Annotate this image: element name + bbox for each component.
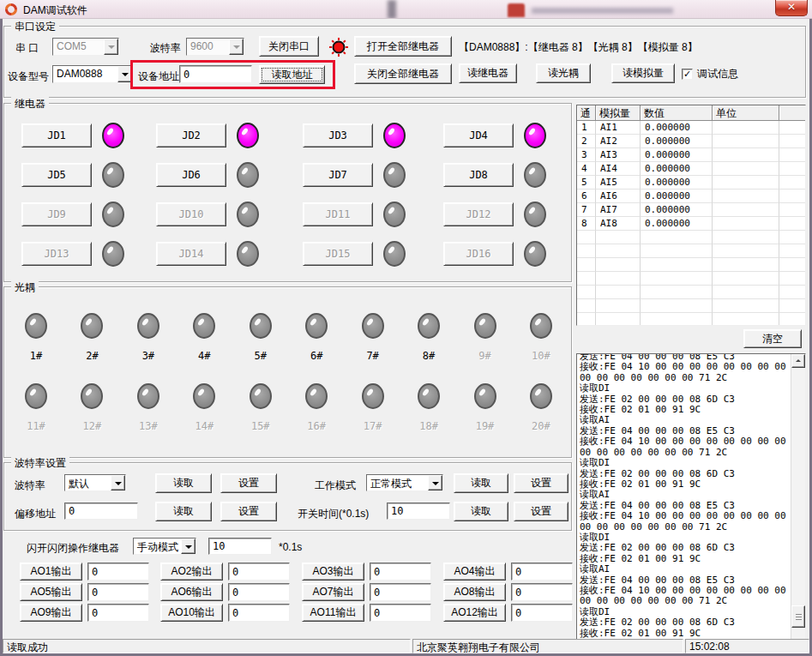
ao-input[interactable] [228, 604, 290, 622]
ao-input[interactable] [228, 563, 290, 581]
ao-button-ao12[interactable]: AO12输出 [443, 604, 506, 622]
table-row[interactable]: 6AI60.000000 [577, 190, 805, 203]
table-header-cell[interactable] [779, 105, 805, 121]
switch-time-set-button[interactable]: 设置 [514, 502, 568, 521]
model-combobox[interactable]: DAM0888 [52, 65, 133, 83]
ao-input[interactable] [511, 604, 573, 622]
opto-unit: 20# [528, 383, 554, 432]
table-row[interactable]: 3AI30.000000 [577, 148, 805, 162]
offset-read-button[interactable]: 读取 [155, 502, 212, 521]
table-header-cell[interactable]: 单位 [713, 105, 779, 121]
ao-button-ao3[interactable]: AO3输出 [302, 563, 364, 581]
opto-unit: 5# [248, 313, 274, 362]
baud-set-button[interactable]: 设置 [220, 473, 277, 493]
ao-input[interactable] [511, 563, 573, 581]
ao-button-ao11[interactable]: AO11输出 [302, 604, 364, 622]
relay-button-jd8[interactable]: JD8 [443, 163, 514, 187]
ao-input[interactable] [370, 563, 431, 581]
ao-button-ao7[interactable]: AO7输出 [302, 583, 364, 601]
table-row[interactable]: 8AI80.000000 [577, 217, 805, 231]
log-scrollbar[interactable] [791, 354, 805, 640]
scrollbar-thumb[interactable] [791, 605, 805, 628]
ao-button-ao10[interactable]: AO10输出 [160, 604, 223, 622]
ao-input[interactable] [228, 583, 290, 601]
status-bar: 读取成功 北京聚英翱翔电子有限公司 15:02:08 [3, 639, 809, 653]
baud-settings-group: 波特率设置 波特率 默认 读取 设置 工作模式 正常模式 读取 设置 偏移地址 … [3, 462, 572, 531]
baud-label: 波特率 [150, 41, 181, 56]
ao-button-ao4[interactable]: AO4输出 [443, 563, 506, 581]
work-mode-read-button[interactable]: 读取 [454, 473, 508, 493]
opto-unit: 9# [472, 313, 498, 362]
app-window: DAM调试软件 ✕ 串口设定 串 口 COM5 波特率 9600 关闭串口 [0, 0, 812, 656]
ao-button-ao1[interactable]: AO1输出 [20, 563, 82, 581]
relay-button-jd3[interactable]: JD3 [303, 123, 373, 147]
close-button[interactable]: ✕ [775, 0, 808, 16]
ao-input[interactable] [511, 583, 573, 601]
table-cell [641, 313, 713, 326]
read-relay-button[interactable]: 读继电器 [459, 63, 517, 83]
opto-led-18# [418, 383, 440, 409]
table-header-cell[interactable]: 模拟量 [596, 105, 641, 121]
ao-button-ao2[interactable]: AO2输出 [160, 563, 223, 581]
switch-time-read-button[interactable]: 读取 [454, 502, 508, 521]
close-all-relays-button[interactable]: 关闭全部继电器 [354, 63, 452, 84]
clear-log-button[interactable]: 清空 [743, 329, 802, 348]
relay-button-jd1[interactable]: JD1 [21, 123, 92, 147]
model-label: 设备型号 [8, 69, 49, 84]
baud-read-button[interactable]: 读取 [155, 473, 212, 493]
ao-input[interactable] [87, 583, 149, 601]
switch-time-input[interactable] [387, 503, 450, 520]
relay-button-jd5[interactable]: JD5 [21, 163, 92, 187]
flash-unit-label: *0.1s [279, 541, 302, 553]
ao-input[interactable] [370, 604, 431, 622]
relay-led-jd8 [524, 162, 546, 188]
opto-unit: 13# [135, 383, 161, 432]
relay-button-jd7[interactable]: JD7 [303, 163, 373, 187]
offset-address-input[interactable] [64, 503, 138, 520]
close-port-button[interactable]: 关闭串口 [259, 36, 319, 57]
relay-button-jd6[interactable]: JD6 [156, 163, 226, 187]
opto-led-19# [474, 383, 496, 409]
ao-cell: AO10输出 [160, 604, 302, 624]
table-row[interactable]: 2AI20.000000 [577, 135, 805, 148]
table-header-cell[interactable]: 数值 [641, 105, 713, 121]
opto-label: 13# [139, 420, 158, 432]
device-address-input[interactable] [179, 65, 252, 83]
table-row[interactable]: 5AI50.000000 [577, 176, 805, 190]
baud-setting-combobox[interactable]: 默认 [64, 474, 126, 491]
ao-button-ao6[interactable]: AO6输出 [160, 583, 223, 601]
debug-info-checkbox[interactable]: ✓ 调试信息 [682, 67, 738, 81]
debug-log-panel[interactable]: 发送:FE 04 00 00 00 08 E5 C3 接收:FE 04 10 0… [576, 353, 806, 641]
offset-set-button[interactable]: 设置 [220, 502, 277, 521]
relay-led-jd14 [237, 241, 259, 267]
port-combobox: COM5 [52, 38, 119, 56]
read-opto-button[interactable]: 读光耦 [536, 63, 591, 83]
read-address-button[interactable]: 读取地址 [259, 65, 325, 84]
read-analog-button[interactable]: 读模拟量 [611, 63, 675, 83]
ao-button-ao9[interactable]: AO9输出 [20, 604, 82, 622]
table-header-cell[interactable]: 通 [577, 105, 596, 121]
ao-cell: AO8输出 [443, 583, 575, 604]
open-all-relays-button[interactable]: 打开全部继电器 [354, 36, 452, 57]
ao-button-ao5[interactable]: AO5输出 [20, 583, 82, 601]
table-row[interactable]: 7AI70.000000 [577, 203, 805, 217]
scroll-up-icon[interactable] [791, 354, 805, 368]
flash-time-input[interactable] [208, 538, 272, 555]
work-mode-set-button[interactable]: 设置 [514, 473, 568, 493]
ao-input[interactable] [87, 604, 149, 622]
relay-button-jd2[interactable]: JD2 [156, 123, 226, 147]
table-cell: AI8 [596, 217, 641, 231]
relay-button-jd4[interactable]: JD4 [443, 123, 514, 147]
table-cell: 0.000000 [641, 148, 713, 162]
opto-unit: 11# [23, 383, 49, 432]
ao-input[interactable] [87, 563, 149, 581]
flash-mode-combobox[interactable]: 手动模式 [133, 538, 196, 555]
ao-button-ao8[interactable]: AO8输出 [443, 583, 506, 601]
work-mode-combobox[interactable]: 正常模式 [366, 474, 443, 491]
table-row[interactable]: 1AI10.000000 [577, 121, 805, 135]
relay-led-jd1 [102, 123, 124, 148]
table-row[interactable]: 4AI40.000000 [577, 162, 805, 176]
ao-input[interactable] [370, 583, 431, 601]
work-mode-value: 正常模式 [367, 475, 428, 490]
table-row [577, 272, 805, 286]
